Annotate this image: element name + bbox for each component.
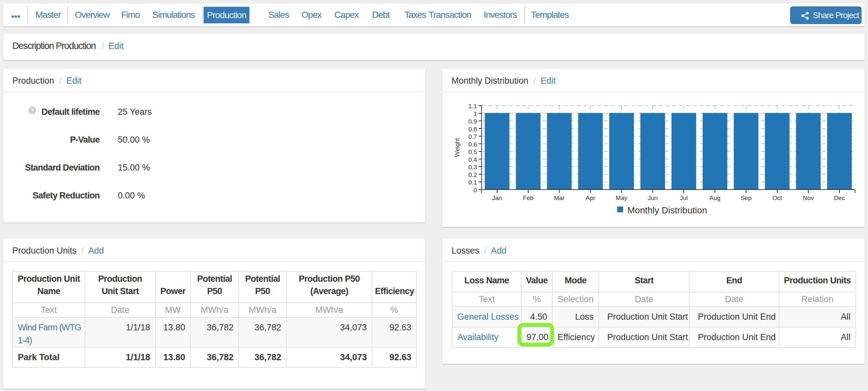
svg-text:0.6: 0.6 — [468, 141, 477, 148]
svg-text:0.1: 0.1 — [468, 179, 477, 186]
svg-text:Nov: Nov — [803, 195, 814, 201]
svg-text:Dec: Dec — [834, 195, 845, 201]
svg-text:0: 0 — [473, 187, 477, 194]
svg-text:May: May — [616, 195, 627, 201]
svg-text:Sep: Sep — [741, 195, 751, 201]
svg-text:0.5: 0.5 — [468, 149, 477, 155]
svg-text:0.9: 0.9 — [468, 118, 477, 125]
svg-text:Oct: Oct — [772, 195, 782, 201]
svg-text:0.2: 0.2 — [468, 171, 477, 178]
svg-text:0.4: 0.4 — [468, 156, 477, 163]
svg-text:Apr: Apr — [586, 195, 595, 201]
svg-text:Jan: Jan — [492, 195, 502, 201]
svg-text:0.8: 0.8 — [468, 126, 477, 133]
svg-text:Feb: Feb — [523, 195, 534, 201]
svg-text:Jun: Jun — [648, 195, 658, 201]
svg-text:Aug: Aug — [709, 195, 720, 201]
svg-text:Mar: Mar — [554, 195, 565, 201]
svg-text:0.7: 0.7 — [468, 133, 477, 140]
svg-text:1.1: 1.1 — [468, 103, 477, 109]
svg-text:0.3: 0.3 — [468, 164, 477, 170]
svg-text:Weight: Weight — [454, 138, 461, 157]
svg-text:Jul: Jul — [680, 195, 688, 201]
svg-text:Monthly Distribution: Monthly Distribution — [627, 205, 707, 215]
svg-text:1: 1 — [473, 110, 477, 117]
